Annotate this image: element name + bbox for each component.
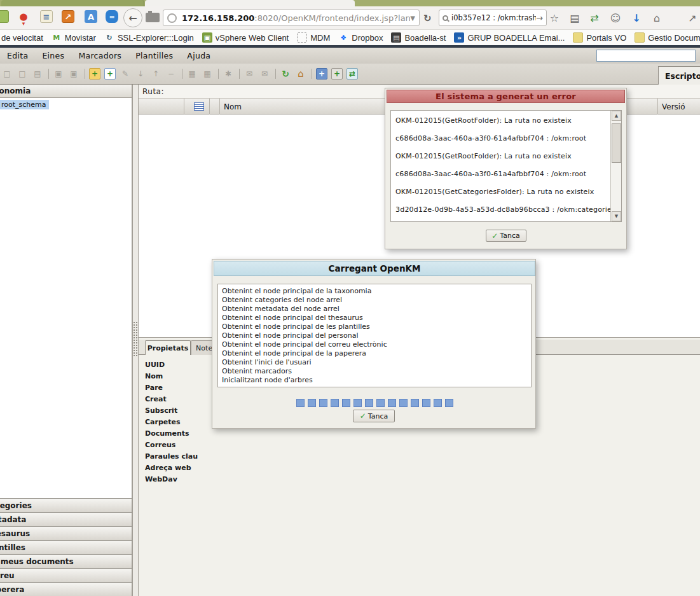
theme-face-icon[interactable]: ☺ — [608, 11, 622, 25]
bookmark-star-icon[interactable]: ☆ — [547, 11, 561, 25]
create-document-icon[interactable]: + — [104, 68, 116, 80]
bookmark-item[interactable]: ▣ vSphere Web Client — [202, 32, 289, 43]
stack-panel[interactable]: Paperera — [0, 582, 132, 596]
bookmark-label: SSL-Explorer:::Login — [118, 33, 194, 43]
checkin-icon[interactable]: ↑ — [150, 68, 161, 80]
unlock-icon[interactable]: ▣ — [68, 68, 79, 80]
add-property-group-icon[interactable]: ▦ — [186, 68, 198, 80]
stack-panel[interactable]: Thesaurus — [0, 526, 132, 540]
progress-square — [388, 399, 396, 407]
taxonomy-header[interactable]: Taxonomia — [0, 85, 132, 98]
bookmark-item[interactable]: Gestio Documental — [635, 32, 700, 43]
translate-page-icon[interactable]: ⇄ — [587, 11, 601, 25]
bookmark-item[interactable]: Portals VO — [573, 32, 626, 43]
loading-step: Obtenint el node principal de les planti… — [222, 322, 531, 331]
home-icon[interactable]: ⌂ — [650, 11, 664, 25]
find-folder-icon[interactable]: □ — [1, 68, 13, 80]
bookmark-label: Boadella-st — [404, 33, 446, 43]
workflow-icon[interactable]: ✱ — [223, 68, 234, 80]
loading-step: Obtenint categories del node arrel — [222, 296, 531, 305]
tree-item-root-schema[interactable]: root_schema — [0, 100, 49, 109]
separator[interactable] — [239, 69, 240, 79]
url-host: 172.16.158.200 — [182, 13, 254, 23]
url-dropdown-icon[interactable]: ▼ — [410, 15, 415, 22]
search-input[interactable] — [451, 13, 536, 22]
print-add-icon[interactable]: + — [331, 68, 343, 80]
stack-panel[interactable]: Correu — [0, 568, 132, 582]
splitter-handle[interactable] — [133, 321, 138, 357]
loading-close-button[interactable]: ✓ Tanca — [353, 410, 395, 422]
separator[interactable] — [85, 69, 85, 79]
menu-item[interactable]: Edita — [0, 51, 35, 60]
cancel-checkout-icon[interactable]: − — [165, 68, 177, 80]
add-workspace-icon[interactable]: + — [316, 68, 327, 80]
separator[interactable] — [182, 69, 182, 79]
column-versio[interactable]: Versió — [658, 99, 700, 114]
checkout-icon[interactable]: ↓ — [135, 68, 146, 80]
openkm-search-input[interactable] — [596, 50, 696, 62]
addon-icon[interactable] — [146, 13, 160, 22]
error-close-button[interactable]: ✓ Tanca — [486, 230, 526, 242]
create-folder-icon[interactable]: + — [89, 68, 100, 80]
notes-icon[interactable]: ≡ — [40, 10, 53, 23]
back-button[interactable]: ← — [123, 8, 142, 27]
bookmark-item[interactable]: ▤ Boadella-st — [391, 32, 446, 43]
browser-tab-active[interactable] — [145, 0, 355, 6]
bookmark-item[interactable]: M Movistar — [51, 32, 96, 43]
remove-property-group-icon[interactable]: ▦ — [202, 68, 213, 80]
share-icon[interactable]: ↗ — [685, 11, 699, 25]
print-icon[interactable]: ▤ — [32, 68, 43, 80]
separator[interactable] — [218, 69, 219, 79]
search-bar[interactable]: → — [439, 10, 547, 26]
column-status[interactable] — [139, 99, 184, 114]
menu-item[interactable]: Eines — [35, 51, 71, 60]
error-scrollbar[interactable]: ▲ ▼ — [610, 111, 621, 221]
refresh-icon[interactable]: ↻ — [280, 68, 291, 80]
map-pin-icon[interactable]: ● — [17, 10, 30, 23]
separator[interactable] — [312, 69, 312, 79]
download-icon[interactable]: ↓ — [629, 11, 643, 25]
bookmark-item[interactable]: de velocitat — [1, 33, 43, 43]
scrollbar-thumb[interactable] — [612, 123, 621, 163]
stack-panel[interactable]: Categories — [0, 498, 132, 512]
reload-icon[interactable]: ↻ — [423, 13, 432, 24]
loading-step: Obtenint el node principal de la taxonom… — [222, 287, 531, 296]
lock-icon[interactable]: ▣ — [53, 68, 64, 80]
green-folder-icon[interactable] — [0, 10, 9, 23]
add-subscription-icon[interactable]: ✉ — [244, 68, 255, 80]
url-bar[interactable]: 172.16.158.200 :8020/OpenKM/frontend/ind… — [163, 10, 420, 26]
find-document-icon[interactable]: □ — [17, 68, 28, 80]
browser-tab-inactive[interactable] — [1, 0, 144, 6]
separator[interactable] — [275, 69, 276, 79]
search-go-icon[interactable]: → — [536, 13, 543, 23]
split-window-icon[interactable]: ⇄ — [347, 68, 358, 80]
translate-icon[interactable]: A — [85, 10, 97, 23]
bookmarks-menu-icon[interactable]: ▤ — [568, 11, 582, 25]
progress-square — [422, 399, 430, 407]
bookmark-item[interactable]: ↻ SSL-Explorer:::Login — [104, 32, 194, 43]
scroll-up-icon[interactable]: ▲ — [612, 111, 621, 121]
menu-item[interactable]: Marcadors — [71, 51, 128, 60]
bookmark-icon: ▣ — [202, 32, 212, 43]
remove-subscription-icon[interactable]: ✉ — [259, 68, 270, 80]
tab-propietats[interactable]: Propietats — [145, 340, 191, 355]
home-icon[interactable]: ⌂ — [295, 68, 306, 80]
edit-icon[interactable]: ✎ — [120, 68, 131, 80]
separator[interactable] — [48, 69, 49, 79]
error-message: OKM-012015(GetRootFolder): La ruta no ex… — [395, 116, 610, 134]
bookmark-item[interactable]: MDM — [297, 32, 330, 43]
menu-item[interactable]: Plantilles — [128, 51, 180, 60]
scroll-down-icon[interactable]: ▼ — [612, 211, 621, 221]
column-viewmode[interactable] — [184, 99, 210, 114]
menu-item[interactable]: Ajuda — [180, 51, 217, 60]
stack-panel[interactable]: Metadata — [0, 512, 132, 526]
stats-chart-icon[interactable]: ↗ — [62, 10, 74, 23]
database-icon[interactable]: ▬ — [106, 10, 118, 23]
stack-panel[interactable]: Els meus documents — [0, 554, 132, 568]
stack-panel[interactable]: Plantilles — [0, 540, 132, 554]
column-extra[interactable] — [622, 99, 658, 114]
bookmark-label: de velocitat — [1, 33, 43, 43]
bookmark-item[interactable]: ❖ Dropbox — [338, 32, 383, 43]
bookmark-item[interactable]: » GRUP BOADELLA Emai... — [454, 32, 565, 43]
tab-escriptori[interactable]: Escriptori — [658, 66, 700, 85]
